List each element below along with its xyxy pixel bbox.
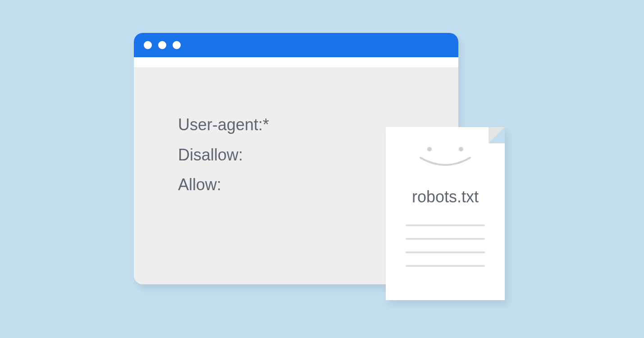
text-line-placeholder xyxy=(406,251,485,253)
page-fold-icon xyxy=(489,127,505,143)
text-line-placeholder xyxy=(406,265,485,267)
svg-point-0 xyxy=(427,147,432,151)
window-control-dot xyxy=(158,41,166,49)
text-line-placeholder xyxy=(406,238,485,240)
titlebar xyxy=(134,33,458,57)
smiley-face-icon xyxy=(386,142,505,169)
window-control-dot xyxy=(144,41,152,49)
svg-point-1 xyxy=(459,147,463,151)
window-control-dot xyxy=(173,41,181,49)
document-title: robots.txt xyxy=(386,187,505,206)
text-line-placeholder xyxy=(406,224,485,226)
toolbar xyxy=(134,57,458,67)
document-page: robots.txt xyxy=(386,127,505,300)
document-lines xyxy=(406,224,485,267)
